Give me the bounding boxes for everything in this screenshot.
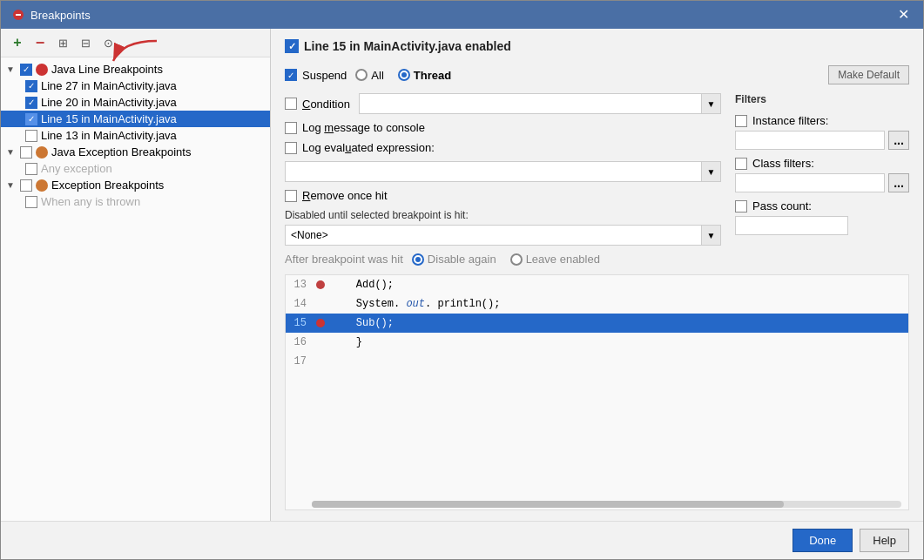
after-hit-label: After breakpoint was hit — [285, 253, 403, 266]
disabled-until-input[interactable]: <None> — [286, 226, 701, 245]
suspend-checkbox-label[interactable]: ✓ Suspend — [285, 69, 347, 82]
done-button[interactable]: Done — [792, 529, 853, 552]
scrollbar-thumb — [312, 501, 784, 508]
log-evaluated-dropdown-arrow[interactable]: ▼ — [701, 162, 720, 181]
horizontal-scrollbar[interactable] — [312, 501, 901, 508]
log-evaluated-checkbox[interactable] — [285, 142, 297, 154]
log-message-row: Log message to console — [285, 121, 721, 134]
bp-dot-13 — [316, 280, 325, 289]
class-filters-dots-button[interactable]: ... — [888, 173, 909, 192]
when-any-thrown-label: When any is thrown — [41, 195, 140, 208]
line-15-checkbox[interactable]: ✓ — [25, 113, 37, 125]
log-message-checkbox[interactable] — [285, 122, 297, 134]
pass-count-label: Pass count: — [752, 199, 812, 213]
exception-bp-group: ▼ Exception Breakpoints When any is thro… — [1, 177, 270, 210]
condition-checkbox-label[interactable]: Condition — [285, 98, 350, 111]
when-any-thrown-checkbox[interactable] — [25, 196, 37, 208]
class-filters-checkbox[interactable] — [735, 158, 747, 170]
panel-title-checkbox[interactable]: ✓ — [285, 39, 299, 53]
line-27-checkbox[interactable]: ✓ — [25, 80, 37, 92]
line-27-item[interactable]: ✓ Line 27 in MainActivity.java — [1, 78, 270, 94]
dialog-title: Breakpoints — [30, 9, 91, 22]
main-and-filters: Condition ▼ Log message to console — [285, 93, 909, 266]
add-button[interactable]: + — [8, 33, 27, 52]
class-filters-label: Class filters: — [752, 157, 814, 170]
leave-enabled-radio[interactable]: Leave enabled — [510, 253, 600, 266]
log-evaluated-checkbox-label[interactable]: Log evaluated expression: — [285, 141, 435, 154]
remove-button[interactable]: − — [30, 33, 50, 52]
java-exception-bp-header[interactable]: ▼ Java Exception Breakpoints — [1, 144, 270, 160]
leave-enabled-radio-circle — [510, 253, 523, 266]
filter-button2[interactable]: ⊟ — [76, 33, 95, 52]
after-hit-row: After breakpoint was hit Disable again L… — [285, 253, 721, 266]
log-evaluated-input[interactable] — [286, 162, 701, 181]
class-filters-input[interactable] — [735, 173, 885, 192]
java-line-bp-header[interactable]: ▼ ✓ Java Line Breakpoints — [1, 61, 270, 78]
instance-filters-dots-button[interactable]: ... — [888, 131, 909, 150]
all-radio[interactable]: All — [355, 69, 383, 82]
line-13-checkbox[interactable] — [25, 130, 37, 142]
condition-checkbox[interactable] — [285, 98, 297, 110]
disabled-until-dropdown-arrow[interactable]: ▼ — [701, 226, 720, 245]
help-button[interactable]: Help — [860, 529, 909, 552]
code-area: 13 Add(); 14 System. out. println(); 15 — [285, 274, 909, 510]
bp-marker-15 — [314, 319, 327, 327]
thread-radio[interactable]: Thread — [398, 69, 451, 82]
java-line-bp-label: Java Line Breakpoints — [51, 63, 163, 76]
line-13-item[interactable]: Line 13 in MainActivity.java — [1, 127, 270, 144]
when-any-thrown-item[interactable]: When any is thrown — [1, 193, 270, 210]
log-message-checkbox-label[interactable]: Log message to console — [285, 121, 425, 134]
filter-button1[interactable]: ⊞ — [53, 33, 72, 52]
line-20-checkbox[interactable]: ✓ — [25, 97, 37, 109]
code-line-13: 13 Add(); — [286, 275, 908, 294]
log-message-label: Log message to console — [302, 121, 425, 134]
code-line-14: 14 System. out. println(); — [286, 294, 908, 314]
java-line-bp-checkbox[interactable]: ✓ — [20, 64, 32, 76]
java-exception-bp-checkbox[interactable] — [20, 146, 32, 159]
disable-again-radio-circle — [412, 253, 424, 266]
exception-bp-checkbox[interactable] — [20, 179, 32, 192]
log-evaluated-input-row: ▼ — [285, 161, 721, 182]
close-button[interactable]: ✕ — [894, 6, 913, 24]
bp-marker-13 — [314, 280, 327, 289]
class-filters-row: Class filters: ... — [735, 157, 909, 192]
radio-group: All Thread — [355, 69, 451, 82]
disable-again-radio[interactable]: Disable again — [412, 253, 496, 266]
breakpoints-dialog: Breakpoints ✕ + − ⊞ ⊟ ⊙ — [0, 0, 924, 560]
line-num-13: 13 — [286, 279, 314, 291]
instance-filters-input[interactable] — [735, 131, 885, 150]
line-15-item[interactable]: ✓ Line 15 in MainActivity.java — [1, 111, 270, 127]
right-panel: ✓ Line 15 in MainActivity.java enabled ✓… — [271, 29, 923, 521]
remove-once-checkbox-label[interactable]: Remove once hit — [285, 189, 388, 202]
class-filters-input-row: ... — [735, 173, 909, 192]
remove-once-checkbox[interactable] — [285, 190, 297, 202]
condition-input[interactable] — [360, 94, 701, 113]
disabled-until-input-wrapper: <None> ▼ — [285, 225, 721, 246]
class-filters-header: Class filters: — [735, 157, 909, 170]
code-content-14: System. out. println(); — [327, 298, 500, 310]
bottom-bar: Done Help — [1, 521, 923, 559]
thread-radio-circle — [398, 69, 410, 81]
java-exception-bp-label: Java Exception Breakpoints — [51, 145, 191, 159]
panel-title: Line 15 in MainActivity.java enabled — [304, 39, 511, 53]
instance-filters-checkbox[interactable] — [735, 115, 747, 127]
pass-count-input[interactable] — [735, 216, 848, 235]
line-27-label: Line 27 in MainActivity.java — [41, 79, 177, 92]
all-radio-circle — [355, 69, 368, 81]
condition-dropdown-arrow[interactable]: ▼ — [701, 94, 720, 113]
any-exception-checkbox[interactable] — [25, 163, 37, 175]
bp-dot-15 — [316, 319, 325, 327]
disabled-until-section: Disabled until selected breakpoint is hi… — [285, 209, 721, 246]
filters-section: Filters Instance filters: ... — [735, 93, 909, 235]
line-20-item[interactable]: ✓ Line 20 in MainActivity.java — [1, 94, 270, 111]
toolbar: + − ⊞ ⊟ ⊙ — [1, 29, 270, 57]
filter-button3[interactable]: ⊙ — [98, 33, 118, 52]
suspend-checkbox[interactable]: ✓ — [285, 69, 297, 81]
code-line-17: 17 — [286, 352, 908, 371]
make-default-button[interactable]: Make Default — [828, 65, 909, 84]
exception-bp-header[interactable]: ▼ Exception Breakpoints — [1, 177, 270, 193]
code-content-15: Sub(); — [327, 317, 394, 329]
log-evaluated-input-wrapper: ▼ — [285, 161, 721, 182]
pass-count-checkbox[interactable] — [735, 200, 747, 213]
any-exception-item[interactable]: Any exception — [1, 160, 270, 177]
